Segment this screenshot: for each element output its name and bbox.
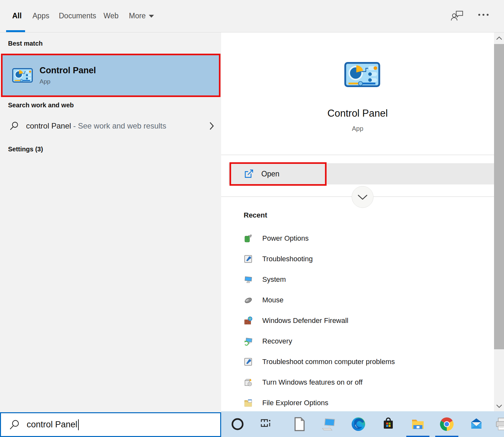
recovery-icon xyxy=(244,337,253,346)
recent-item-label: Turn Windows features on or off xyxy=(262,378,363,387)
recent-item-label: Troubleshooting xyxy=(262,255,313,263)
scroll-down-button[interactable] xyxy=(494,401,504,411)
recent-item[interactable]: Turn Windows features on or off xyxy=(244,372,482,393)
recent-item[interactable]: Mouse xyxy=(244,290,482,310)
windows-search-flyout: All Apps Documents Web More Best match xyxy=(0,0,504,437)
recent-item[interactable]: File Explorer Options xyxy=(244,393,482,413)
recent-item[interactable]: System xyxy=(244,269,482,290)
firewall-icon xyxy=(244,316,253,325)
ellipsis-icon[interactable] xyxy=(478,13,490,16)
tab-apps[interactable]: Apps xyxy=(32,12,49,20)
preview-app-type: App xyxy=(221,125,494,132)
tab-all[interactable]: All xyxy=(12,12,22,20)
web-search-suggestion[interactable]: control Panel - See work and web results xyxy=(0,113,221,138)
pc-monitor-icon[interactable] xyxy=(321,416,337,432)
recent-item[interactable]: Power Options xyxy=(244,228,482,249)
printer-icon[interactable] xyxy=(495,416,504,432)
recent-item-label: Recovery xyxy=(262,337,292,345)
running-indicator-chrome xyxy=(435,436,458,437)
troubleshooting-icon xyxy=(244,357,253,366)
active-tab-indicator xyxy=(6,30,25,32)
taskbar xyxy=(221,411,504,437)
annotation-box-best-match xyxy=(1,54,221,97)
search-work-web-heading: Search work and web xyxy=(8,102,74,109)
text-caret xyxy=(78,419,79,430)
best-match-heading: Best match xyxy=(8,40,43,47)
feedback-icon[interactable] xyxy=(451,10,464,23)
chevron-right-icon xyxy=(210,122,214,130)
recent-item[interactable]: Troubleshoot common computer problems xyxy=(244,352,482,372)
mouse-icon xyxy=(244,296,253,305)
recent-item[interactable]: Recovery xyxy=(244,331,482,352)
scrollbar xyxy=(494,32,504,411)
chevron-down-icon xyxy=(149,15,154,18)
scrollbar-thumb[interactable] xyxy=(494,44,504,349)
recent-item[interactable]: Troubleshooting xyxy=(244,249,482,269)
divider-line xyxy=(221,155,494,155)
suggestion-query: control Panel xyxy=(26,121,71,130)
tab-documents[interactable]: Documents xyxy=(59,12,96,20)
search-input[interactable]: control Panel xyxy=(0,412,221,437)
tab-more[interactable]: More xyxy=(129,12,154,20)
libreoffice-icon[interactable] xyxy=(291,416,307,432)
troubleshooting-icon xyxy=(244,254,253,263)
expand-actions-button[interactable] xyxy=(352,186,374,208)
power-options-icon xyxy=(244,234,253,243)
recent-item-label: File Explorer Options xyxy=(262,399,328,407)
recent-item-label: System xyxy=(262,275,286,284)
mail-icon[interactable] xyxy=(469,416,484,432)
edge-icon[interactable] xyxy=(351,416,366,432)
settings-heading: Settings (3) xyxy=(8,146,43,153)
folder-options-icon xyxy=(244,398,253,407)
preview-app-name: Control Panel xyxy=(221,108,494,119)
recent-item[interactable]: Windows Defender Firewall xyxy=(244,310,482,331)
recent-item-label: Power Options xyxy=(262,234,309,243)
tab-web[interactable]: Web xyxy=(104,12,119,20)
windows-features-icon xyxy=(244,378,253,387)
chrome-icon[interactable] xyxy=(439,416,455,432)
system-icon xyxy=(244,275,253,284)
scroll-up-button[interactable] xyxy=(494,33,504,43)
file-explorer-icon[interactable] xyxy=(410,416,426,432)
recent-item-label: Mouse xyxy=(262,296,284,304)
cortana-icon[interactable] xyxy=(230,416,245,432)
recent-heading: Recent xyxy=(244,211,267,219)
search-tabs-bar: All Apps Documents Web More xyxy=(0,0,504,32)
annotation-box-open xyxy=(230,162,327,186)
running-indicator-file-explorer xyxy=(406,436,429,437)
control-panel-icon-large xyxy=(344,62,380,87)
search-icon xyxy=(10,121,19,130)
task-view-icon[interactable] xyxy=(259,416,274,432)
search-results-panel: Best match Control Panel App Search work… xyxy=(0,32,221,412)
recent-item-label: Troubleshoot common computer problems xyxy=(262,358,395,366)
search-icon xyxy=(9,420,20,430)
search-input-value: control Panel xyxy=(27,420,77,430)
preview-panel: Control Panel App Open Recent xyxy=(221,32,494,411)
store-icon[interactable] xyxy=(381,416,396,432)
recent-item-label: Windows Defender Firewall xyxy=(262,317,348,325)
suggestion-suffix: - See work and web results xyxy=(73,121,166,130)
